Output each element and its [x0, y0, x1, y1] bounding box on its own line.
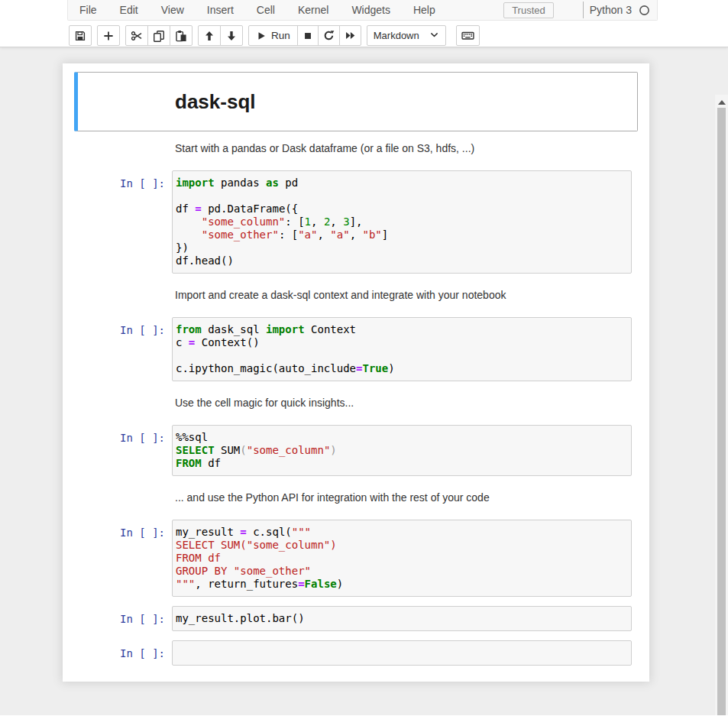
scrollbar[interactable]	[715, 95, 728, 715]
code-input[interactable]: my_result = c.sql("""SELECT SUM("some_co…	[172, 520, 632, 597]
kernel-separator	[583, 2, 584, 18]
menu-items: FileEditViewInsertCellKernelWidgetsHelp	[68, 0, 447, 20]
menu-item-kernel[interactable]: Kernel	[286, 0, 340, 20]
code-input[interactable]: from dask_sql import Contextc = Context(…	[172, 317, 632, 381]
menu-item-view[interactable]: View	[150, 0, 196, 20]
interrupt-kernel-button[interactable]	[297, 25, 319, 46]
cell-prompt: In [ ]:	[75, 640, 172, 666]
rendered-markdown: dask-sql	[172, 76, 632, 127]
scroll-up-icon	[718, 100, 726, 105]
paste-cell-button[interactable]	[170, 25, 193, 46]
cell-prompt: In [ ]:	[75, 170, 172, 274]
cut-cell-icon	[131, 30, 143, 42]
kernel-idle-circle-icon	[639, 5, 650, 16]
code-cell[interactable]: In [ ]:my_result = c.sql("""SELECT SUM("…	[74, 515, 638, 601]
restart-kernel-button[interactable]	[318, 25, 340, 46]
add-cell-icon	[102, 30, 115, 42]
menu-item-insert[interactable]: Insert	[196, 0, 245, 20]
code-line: my_result = c.sql("""	[176, 526, 628, 539]
code-cell[interactable]: In [ ]:my_result.plot.bar()	[74, 601, 638, 636]
markdown-cell[interactable]: Use the cell magic for quick insights...	[74, 386, 638, 420]
menubar-right: Trusted Python 3	[503, 0, 657, 20]
copy-cell-button[interactable]	[147, 25, 170, 46]
move-cell-down-icon	[225, 30, 238, 42]
markdown-cell[interactable]: Start with a pandas or Dask dataframe (o…	[74, 131, 638, 166]
code-input[interactable]	[172, 640, 632, 666]
move-cell-up-button[interactable]	[198, 25, 221, 46]
cell-type-dropdown[interactable]: Markdown	[367, 25, 446, 46]
run-button[interactable]: Run	[248, 25, 298, 46]
code-cell[interactable]: In [ ]:%%sqlSELECT SUM("some_column")FRO…	[74, 420, 638, 481]
rendered-markdown: Use the cell magic for quick insights...	[172, 390, 632, 416]
code-cell[interactable]: In [ ]:	[74, 636, 638, 670]
markdown-cell[interactable]: ... and use the Python API for integrati…	[74, 481, 638, 515]
restart-run-all-icon	[345, 30, 356, 41]
code-line: "some_column": [1, 2, 3],	[176, 215, 628, 228]
restart-run-all-button[interactable]	[339, 25, 361, 46]
code-line: c = Context()	[176, 336, 628, 349]
code-line: from dask_sql import Context	[176, 323, 628, 336]
trusted-button[interactable]: Trusted	[503, 2, 554, 18]
toolbar: Run	[69, 21, 728, 46]
code-input[interactable]: import pandas as pd df = pd.DataFrame({ …	[172, 170, 632, 274]
code-cell[interactable]: In [ ]:from dask_sql import Contextc = C…	[74, 313, 638, 386]
menu-item-help[interactable]: Help	[402, 0, 447, 20]
save-button[interactable]	[69, 25, 92, 46]
menu-item-edit[interactable]: Edit	[108, 0, 150, 20]
command-palette-button[interactable]	[456, 25, 480, 46]
cell-content: Use the cell magic for quick insights...	[172, 390, 632, 416]
cell-content: %%sqlSELECT SUM("some_column")FROM df	[172, 425, 632, 476]
notebook-header: FileEditViewInsertCellKernelWidgetsHelp …	[0, 0, 728, 47]
code-line: import pandas as pd	[176, 177, 628, 190]
cell-prompt	[78, 76, 172, 127]
code-line: SELECT SUM("some_column")	[176, 539, 628, 552]
code-input[interactable]: my_result.plot.bar()	[172, 606, 632, 631]
cell-content: from dask_sql import Contextc = Context(…	[172, 317, 632, 381]
menu-item-widgets[interactable]: Widgets	[340, 0, 402, 20]
code-line	[176, 646, 628, 659]
cell-prompt: In [ ]:	[75, 606, 172, 631]
stop-icon	[303, 31, 313, 41]
notebook-cells: dask-sqlStart with a pandas or Dask data…	[74, 72, 638, 670]
markdown-text: ... and use the Python API for integrati…	[175, 491, 629, 504]
cell-type-value: Markdown	[374, 30, 419, 41]
play-icon	[256, 31, 267, 41]
code-input[interactable]: %%sqlSELECT SUM("some_column")FROM df	[172, 425, 632, 476]
markdown-text: Import and create a dask-sql context and…	[175, 289, 629, 302]
code-line: })	[176, 241, 628, 254]
code-cell[interactable]: In [ ]:import pandas as pd df = pd.DataF…	[74, 166, 638, 278]
move-button-group	[198, 25, 243, 46]
code-line: my_result.plot.bar()	[176, 612, 628, 625]
code-line	[176, 190, 628, 202]
move-cell-down-button[interactable]	[220, 25, 243, 46]
menu-item-file[interactable]: File	[68, 0, 108, 20]
cell-content: Start with a pandas or Dask dataframe (o…	[172, 136, 632, 161]
rendered-markdown: Start with a pandas or Dask dataframe (o…	[172, 136, 632, 161]
cut-cell-button[interactable]	[125, 25, 148, 46]
code-line: """, return_futures=False)	[176, 578, 628, 591]
code-line: df.head()	[176, 254, 628, 267]
kernel-name-label: Python 3	[590, 4, 632, 16]
cell-prompt	[75, 485, 172, 510]
restart-kernel-icon	[323, 30, 335, 41]
command-palette-icon	[461, 29, 474, 42]
run-button-label: Run	[271, 30, 290, 41]
copy-cell-icon	[153, 30, 165, 42]
paste-cell-icon	[175, 30, 187, 42]
menu-item-cell[interactable]: Cell	[245, 0, 286, 20]
scrollbar-up-arrow[interactable]	[715, 96, 728, 109]
rendered-markdown: ... and use the Python API for integrati…	[172, 485, 632, 510]
code-line: SELECT SUM("some_column")	[176, 444, 628, 457]
edit-button-group	[125, 25, 193, 46]
code-line: %%sql	[176, 431, 628, 444]
code-line	[176, 349, 628, 362]
move-cell-up-icon	[203, 30, 215, 42]
scrollbar-thumb[interactable]	[717, 108, 726, 715]
markdown-cell[interactable]: Import and create a dask-sql context and…	[74, 278, 638, 313]
code-line: "some_other": ["a", "a", "b"]	[176, 228, 628, 241]
add-cell-button[interactable]	[97, 25, 120, 46]
save-icon	[74, 30, 86, 42]
heading-cell[interactable]: dask-sql	[74, 72, 638, 131]
code-line: df = pd.DataFrame({	[176, 202, 628, 215]
cell-prompt	[75, 136, 172, 161]
